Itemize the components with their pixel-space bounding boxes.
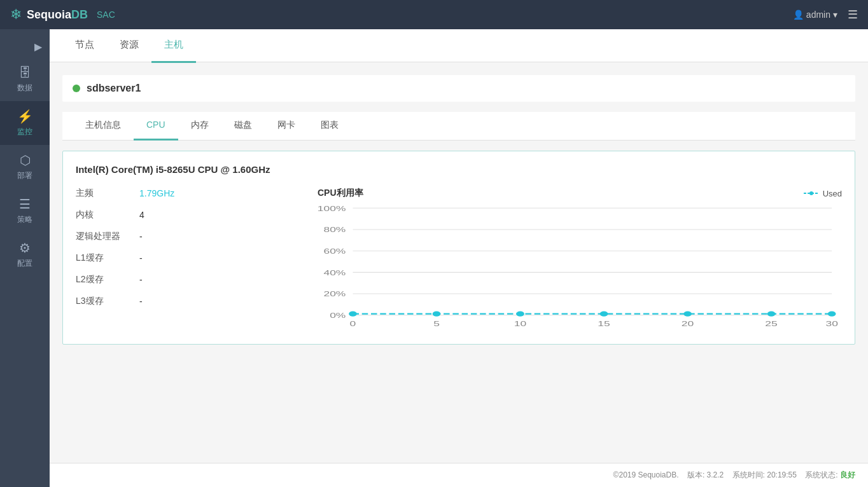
chart-header: CPU利用率 Used: [318, 188, 842, 199]
svg-point-16: [516, 311, 524, 316]
cpu-model-title: Intel(R) Core(TM) i5-8265U CPU @ 1.60GHz: [76, 164, 842, 175]
host-name: sdbserver1: [87, 83, 141, 94]
hamburger-icon[interactable]: ☰: [848, 8, 858, 22]
svg-text:60%: 60%: [324, 247, 346, 256]
sidebar-expand-button[interactable]: ▶: [0, 36, 50, 58]
sidebar-item-monitor[interactable]: ⚡ 监控: [0, 101, 50, 145]
cpu-logical-value: -: [139, 231, 143, 242]
chart-container: 100% 80% 60% 40% 20% 0%: [318, 204, 842, 331]
cpu-cores-row: 内核 4: [76, 209, 292, 221]
status-dot: [73, 85, 80, 92]
sidebar-label-config: 配置: [17, 258, 32, 269]
footer-time: 系统时间: 20:19:55: [732, 470, 797, 479]
sidebar-item-policy[interactable]: ☰ 策略: [0, 189, 50, 233]
subtab-cpu[interactable]: CPU: [134, 112, 178, 141]
user-icon: 👤: [793, 10, 804, 20]
page-content: sdbserver1 主机信息 CPU 内存 磁盘 网卡 图表 Intel(R)…: [50, 62, 868, 463]
admin-button[interactable]: 👤 admin ▾: [793, 10, 837, 20]
cpu-l1-value: -: [139, 253, 143, 263]
sidebar-item-deploy[interactable]: ⬡ 部署: [0, 145, 50, 189]
tab-host[interactable]: 主机: [151, 29, 196, 63]
svg-point-1: [809, 191, 813, 195]
chart-area: CPU利用率 Used: [318, 188, 842, 331]
footer-version: 版本: 3.2.2: [687, 470, 724, 479]
cpu-l3-value: -: [139, 296, 143, 306]
logo-highlight: DB: [71, 8, 88, 21]
cpu-logical-label: 逻辑处理器: [76, 231, 139, 242]
sidebar-label-deploy: 部署: [17, 170, 32, 181]
sidebar-label-policy: 策略: [17, 214, 32, 225]
cpu-l2-value: -: [139, 275, 143, 285]
sac-label: SAC: [97, 10, 115, 20]
footer-status-value: 良好: [840, 470, 855, 479]
subtab-chart[interactable]: 图表: [308, 112, 351, 141]
subtab-info[interactable]: 主机信息: [73, 112, 134, 141]
main-layout: ▶ 🗄 数据 ⚡ 监控 ⬡ 部署 ☰ 策略 ⚙ 配置 节点 资源 主机: [0, 29, 868, 487]
cpu-freq-label: 主频: [76, 188, 139, 199]
svg-text:10: 10: [514, 319, 526, 327]
svg-point-17: [600, 311, 608, 316]
cpu-l2-label: L2缓存: [76, 274, 139, 285]
svg-text:0: 0: [350, 319, 356, 327]
svg-text:40%: 40%: [324, 268, 346, 277]
cpu-info-panel: 主频 1.79GHz 内核 4 逻辑处理器 - L1缓存: [76, 188, 292, 331]
svg-point-14: [349, 311, 357, 316]
config-icon: ⚙: [19, 240, 31, 256]
cpu-logical-row: 逻辑处理器 -: [76, 231, 292, 242]
cpu-cores-value: 4: [139, 210, 144, 220]
footer-copyright: ©2019 SequoiaDB.: [613, 470, 679, 479]
tab-nodes[interactable]: 节点: [62, 29, 107, 63]
sidebar-item-data[interactable]: 🗄 数据: [0, 58, 50, 101]
cpu-l1-row: L1缓存 -: [76, 252, 292, 264]
cpu-cores-label: 内核: [76, 209, 139, 221]
svg-point-20: [828, 311, 836, 316]
cpu-card: Intel(R) Core(TM) i5-8265U CPU @ 1.60GHz…: [62, 151, 855, 345]
topnav-right: 👤 admin ▾ ☰: [793, 8, 858, 22]
logo-icon: ❄: [10, 6, 22, 23]
topnav: ❄ SequoiaDB SAC 👤 admin ▾ ☰: [0, 0, 868, 29]
tab-resource[interactable]: 资源: [107, 29, 151, 63]
chart-title: CPU利用率: [318, 188, 363, 199]
legend-used-label: Used: [823, 189, 842, 198]
svg-text:20%: 20%: [324, 290, 346, 298]
sidebar: ▶ 🗄 数据 ⚡ 监控 ⬡ 部署 ☰ 策略 ⚙ 配置: [0, 29, 50, 487]
subtab-memory[interactable]: 内存: [178, 112, 221, 141]
tab-bar: 节点 资源 主机: [50, 29, 868, 62]
sidebar-label-data: 数据: [17, 83, 32, 93]
deploy-icon: ⬡: [20, 153, 31, 168]
logo-text: SequoiaDB: [27, 8, 88, 22]
footer-status-label: 系统状态:: [805, 470, 837, 479]
subtab-disk[interactable]: 磁盘: [221, 112, 265, 141]
cpu-l3-row: L3缓存 -: [76, 296, 292, 307]
svg-point-15: [433, 311, 441, 316]
content-area: 节点 资源 主机 sdbserver1 主机信息 CPU 内存 磁盘 网卡 图表: [50, 29, 868, 487]
chevron-down-icon: ▾: [833, 10, 837, 20]
cpu-l1-label: L1缓存: [76, 252, 139, 264]
svg-point-19: [767, 311, 776, 316]
monitor-icon: ⚡: [17, 109, 33, 124]
svg-text:100%: 100%: [318, 204, 346, 212]
policy-icon: ☰: [19, 196, 31, 212]
svg-text:80%: 80%: [324, 226, 346, 234]
database-icon: 🗄: [18, 65, 31, 80]
chart-legend: Used: [804, 189, 842, 198]
admin-label: admin: [806, 10, 830, 20]
subtab-nic[interactable]: 网卡: [265, 112, 308, 141]
svg-text:15: 15: [598, 319, 610, 327]
cpu-freq-row: 主频 1.79GHz: [76, 188, 292, 199]
host-header: sdbserver1: [62, 75, 855, 102]
svg-text:0%: 0%: [330, 312, 346, 320]
svg-text:20: 20: [682, 319, 694, 327]
cpu-chart-svg: 100% 80% 60% 40% 20% 0%: [318, 204, 842, 331]
svg-point-18: [683, 311, 692, 316]
sidebar-item-config[interactable]: ⚙ 配置: [0, 233, 50, 277]
legend-line-icon: [804, 190, 819, 196]
footer: ©2019 SequoiaDB. 版本: 3.2.2 系统时间: 20:19:5…: [50, 463, 868, 487]
topnav-left: ❄ SequoiaDB SAC: [10, 6, 115, 23]
cpu-l3-label: L3缓存: [76, 296, 139, 307]
cpu-l2-row: L2缓存 -: [76, 274, 292, 285]
cpu-body: 主频 1.79GHz 内核 4 逻辑处理器 - L1缓存: [76, 188, 842, 331]
sidebar-label-monitor: 监控: [17, 127, 32, 137]
cpu-freq-value: 1.79GHz: [139, 188, 174, 198]
svg-text:25: 25: [765, 319, 777, 327]
